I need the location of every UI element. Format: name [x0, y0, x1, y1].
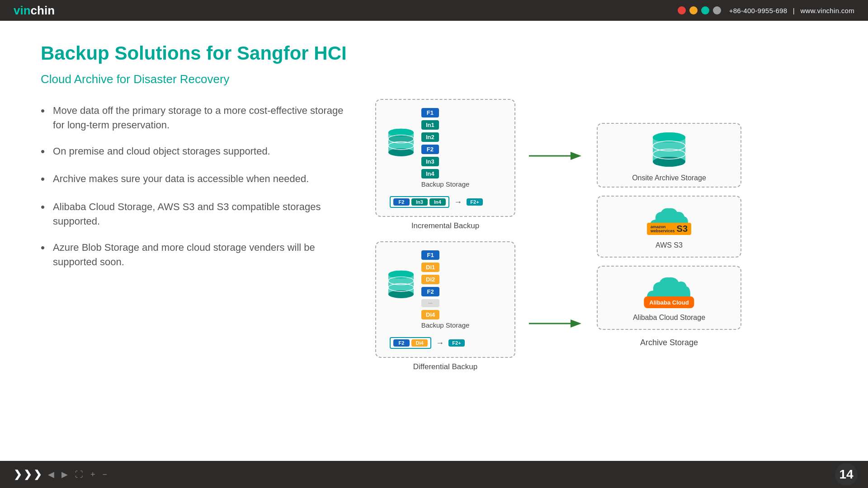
differential-arrow-tags: F2 Di4 [390, 337, 431, 349]
aws-text: amazonwebservices [651, 225, 675, 233]
aws-label: AWS S3 [656, 241, 683, 249]
differential-backup-box: F1 Di1 Di2 F2 ··· Di4 Backup Storage [375, 241, 515, 358]
tag-di3-placeholder: ··· [421, 299, 439, 307]
zoom-out-icon[interactable]: − [103, 470, 108, 479]
onsite-archive-box: Onsite Archive Storage [597, 123, 741, 188]
bullet-list: Move data off the primary storage to a m… [41, 103, 348, 281]
arrow-symbol-diff: → [436, 338, 444, 348]
differential-arrow-row: F2 Di4 → F2+ [385, 337, 505, 349]
page-subtitle: Cloud Archive for Disaster Recovery [41, 72, 827, 86]
onsite-archive-label: Onsite Archive Storage [632, 174, 706, 182]
tag-in1: In1 [421, 120, 439, 130]
tag-f1-inc: F1 [421, 108, 439, 117]
bullet-item-4: Alibaba Cloud Storage, AWS S3 and S3 com… [41, 200, 348, 229]
arrow-svg-diff [529, 318, 583, 329]
footer-icons: ◀ ▶ ⛶ + − [48, 469, 107, 479]
onsite-db-icon [649, 130, 689, 170]
dot-teal [701, 6, 709, 14]
tag-in3: In3 [421, 157, 439, 166]
atag-in4: In4 [429, 198, 446, 206]
differential-db-icon [385, 267, 417, 303]
right-archives: Onsite Archive Storage amazonwebservices [597, 99, 741, 371]
differential-label: Differential Backup [413, 362, 477, 371]
prev-icon[interactable]: ◀ [48, 469, 54, 479]
bullet-item-5: Azure Blob Storage and more cloud storag… [41, 240, 348, 269]
arrow-3: ❯ [33, 469, 42, 480]
arrow-1: ❯ [14, 469, 22, 480]
tag-di2: Di2 [421, 275, 439, 284]
footer: ❯ ❯ ❯ ◀ ▶ ⛶ + − 14 [0, 461, 868, 488]
datag-di4: Di4 [411, 339, 428, 347]
tag-f2-diff: F2 [421, 287, 439, 296]
tag-f1-diff: F1 [421, 250, 439, 260]
logo-chin: chin [31, 4, 55, 17]
arrow-right-diff [529, 318, 583, 329]
incremental-db-container: F1 In1 In2 F2 In3 In4 [385, 108, 505, 178]
page-number: 14 [834, 462, 859, 487]
s3-text: S3 [677, 224, 688, 234]
header: vinchin +86-400-9955-698 | www.vinchin.c… [0, 0, 868, 21]
db-svg-incremental [385, 125, 417, 161]
header-contact: +86-400-9955-698 | www.vinchin.com [729, 7, 854, 14]
tag-f2-inc: F2 [421, 145, 439, 154]
differential-backup-label: Backup Storage [385, 321, 505, 329]
header-dots [678, 6, 721, 14]
incremental-db-icon [385, 125, 417, 161]
tag-in2: In2 [421, 132, 439, 142]
differential-backup-group: F1 Di1 Di2 F2 ··· Di4 Backup Storage [375, 241, 515, 371]
logo: vinchin [14, 4, 55, 18]
alibaba-box: Alibaba Cloud Alibaba Cloud Storage [597, 266, 741, 330]
alibaba-badge: Alibaba Cloud [644, 296, 694, 308]
header-right: +86-400-9955-698 | www.vinchin.com [678, 6, 854, 14]
fullscreen-icon[interactable]: ⛶ [75, 470, 83, 479]
footer-arrows[interactable]: ❯ ❯ ❯ [14, 469, 42, 480]
differential-tags: F1 Di1 Di2 F2 ··· Di4 [421, 250, 439, 319]
archive-storage-label: Archive Storage [640, 338, 698, 347]
arrow-2: ❯ [24, 469, 32, 480]
incremental-backup-group: F1 In1 In2 F2 In3 In4 Backup Storage [375, 99, 515, 230]
alibaba-text: Alibaba Cloud [649, 299, 689, 306]
archive-storage-label-container: Archive Storage [597, 338, 741, 347]
diagram-area: F1 In1 In2 F2 In3 In4 Backup Storage [375, 99, 827, 371]
bullet-item-1: Move data off the primary storage to a m… [41, 103, 348, 132]
atag-f2plus: F2+ [467, 198, 483, 206]
dot-gray [713, 6, 721, 14]
dot-orange [689, 6, 698, 14]
arrow-symbol-inc: → [454, 197, 462, 207]
incremental-backup-box: F1 In1 In2 F2 In3 In4 Backup Storage [375, 99, 515, 217]
next-icon[interactable]: ▶ [61, 469, 68, 479]
incremental-label: Incremental Backup [411, 221, 479, 230]
arrow-right-inc [529, 150, 583, 161]
incremental-tags: F1 In1 In2 F2 In3 In4 [421, 108, 439, 178]
logo-vin: vin [14, 4, 31, 17]
atag-f2: F2 [393, 198, 410, 206]
differential-db-container: F1 Di1 Di2 F2 ··· Di4 [385, 250, 505, 319]
incremental-backup-label: Backup Storage [385, 180, 505, 188]
tag-in4: In4 [421, 169, 439, 178]
db-svg-differential [385, 267, 417, 303]
tag-di1: Di1 [421, 263, 439, 272]
content-area: Move data off the primary storage to a m… [41, 103, 827, 371]
datag-f2: F2 [393, 339, 410, 347]
dot-red [678, 6, 686, 14]
left-diagrams: F1 In1 In2 F2 In3 In4 Backup Storage [375, 99, 515, 371]
main-content: Backup Solutions for Sangfor HCI Cloud A… [0, 21, 868, 461]
page-title: Backup Solutions for Sangfor HCI [41, 42, 827, 64]
incremental-arrow-tags: F2 In3 In4 [390, 196, 449, 208]
svg-point-17 [653, 157, 685, 167]
zoom-in-icon[interactable]: + [90, 470, 95, 479]
onsite-db-svg [649, 130, 689, 169]
arrow-svg-inc [529, 150, 583, 161]
bullet-item-3: Archive makes sure your data is accessib… [41, 172, 348, 188]
datag-f2plus: F2+ [448, 339, 465, 347]
alibaba-label: Alibaba Cloud Storage [633, 314, 705, 322]
arrow-connectors [529, 99, 583, 371]
tag-di4: Di4 [421, 310, 439, 319]
svg-point-10 [388, 270, 414, 278]
aws-badge: amazonwebservices S3 [647, 223, 691, 235]
atag-in3: In3 [411, 198, 428, 206]
alibaba-cloud-icon: Alibaba Cloud [644, 274, 694, 310]
bullet-item-2: On premise and cloud object storages sup… [41, 144, 348, 160]
incremental-arrow-row: F2 In3 In4 → F2+ [385, 196, 505, 208]
aws-cloud-icon: amazonwebservices S3 [646, 204, 692, 238]
